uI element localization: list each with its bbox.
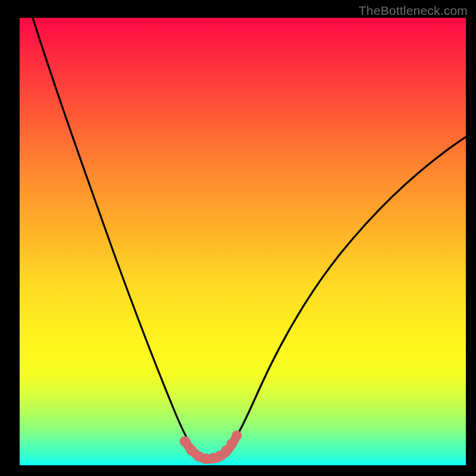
bottom-band (180, 431, 242, 465)
watermark-text: TheBottleneck.com (359, 4, 468, 18)
left-curve (33, 18, 198, 456)
plot-area (20, 18, 466, 465)
svg-point-0 (180, 436, 190, 447)
chart-svg (20, 18, 466, 465)
svg-point-8 (232, 431, 242, 441)
svg-point-7 (227, 439, 237, 449)
chart-frame: TheBottleneck.com (0, 0, 476, 476)
right-curve (225, 137, 466, 456)
